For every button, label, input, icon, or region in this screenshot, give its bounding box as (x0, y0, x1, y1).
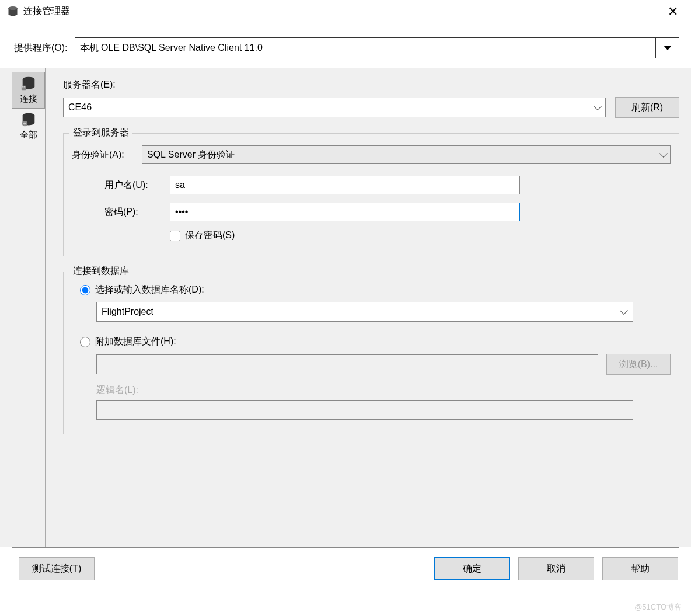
save-password-row: 保存密码(S) (72, 229, 671, 242)
tab-connection-label: 连接 (20, 93, 37, 105)
password-row: 密码(P): (72, 203, 671, 221)
browse-button: 浏览(B)... (606, 354, 671, 375)
logical-name-row: 逻辑名(L): (72, 384, 671, 420)
db-name-combo[interactable] (96, 302, 633, 322)
db-attach-radio-label: 附加数据库文件(H): (95, 336, 176, 348)
username-label: 用户名(U): (104, 179, 170, 192)
server-label: 服务器名(E): (63, 79, 116, 89)
auth-value: SQL Server 身份验证 (147, 149, 235, 161)
provider-label: 提供程序(O): (14, 42, 68, 54)
db-name-input[interactable] (96, 302, 633, 322)
chevron-down-icon (620, 307, 628, 315)
save-password-label: 保存密码(S) (185, 229, 235, 242)
side-tabs: 连接 全部 (12, 68, 46, 547)
window-title: 连接管理器 (23, 5, 70, 18)
logical-name-label: 逻辑名(L): (96, 385, 138, 395)
svg-rect-5 (23, 86, 25, 88)
auth-row: 身份验证(A): SQL Server 身份验证 (72, 145, 671, 164)
database-icon (7, 6, 19, 18)
db-attach-radio[interactable] (80, 337, 90, 347)
db-select-radio-row: 选择或输入数据库名称(D): (72, 284, 671, 296)
server-dropdown-button[interactable] (591, 98, 605, 117)
titlebar: 连接管理器 ✕ (0, 0, 691, 23)
help-button[interactable]: 帮助 (602, 557, 678, 580)
server-combo[interactable] (63, 98, 606, 117)
login-group-title: 登录到服务器 (69, 127, 132, 139)
db-attach-radio-row: 附加数据库文件(H): (72, 336, 671, 348)
refresh-button[interactable]: 刷新(R) (615, 97, 679, 118)
db-select-radio-label: 选择或输入数据库名称(D): (95, 284, 204, 296)
main-area: 连接 全部 服务器名(E): 刷新(R) 登录 (0, 68, 691, 547)
provider-dropdown-arrow[interactable] (655, 38, 679, 58)
content-panel: 服务器名(E): 刷新(R) 登录到服务器 身份验证(A): SQL Serve… (46, 68, 679, 547)
auth-dropdown-button[interactable] (661, 153, 666, 156)
save-password-checkbox[interactable] (170, 231, 180, 241)
ok-button[interactable]: 确定 (434, 557, 510, 580)
auth-label: 身份验证(A): (72, 149, 136, 161)
provider-row: 提供程序(O): 本机 OLE DB\SQL Server Native Cli… (0, 23, 691, 68)
watermark: @51CTO博客 (634, 602, 682, 612)
test-connection-button[interactable]: 测试连接(T) (19, 557, 95, 580)
db-group-title: 连接到数据库 (69, 265, 132, 277)
server-input[interactable] (63, 98, 606, 117)
auth-select[interactable]: SQL Server 身份验证 (142, 145, 671, 164)
database-groupbox: 连接到数据库 选择或输入数据库名称(D): 附加数据库文件(H): 浏览(B).… (63, 272, 679, 434)
chevron-down-icon (659, 149, 668, 158)
close-button[interactable]: ✕ (662, 2, 684, 22)
db-name-row (72, 302, 671, 322)
db-dropdown-button[interactable] (617, 302, 631, 321)
password-input[interactable] (170, 203, 520, 221)
connection-icon (19, 75, 38, 92)
logical-name-input (96, 400, 633, 420)
username-row: 用户名(U): (72, 176, 671, 194)
login-groupbox: 登录到服务器 身份验证(A): SQL Server 身份验证 用户名(U): … (63, 133, 679, 256)
tab-all-label: 全部 (20, 130, 37, 141)
svg-rect-4 (22, 86, 23, 88)
tab-all[interactable]: 全部 (12, 109, 45, 144)
username-input[interactable] (170, 176, 520, 194)
server-section: 服务器名(E): 刷新(R) (63, 79, 679, 118)
password-label: 密码(P): (104, 206, 170, 218)
attach-file-row: 浏览(B)... (72, 354, 671, 375)
attach-file-input (96, 354, 598, 374)
svg-point-1 (9, 6, 18, 10)
all-icon (19, 111, 38, 128)
cancel-button[interactable]: 取消 (518, 557, 594, 580)
provider-value: 本机 OLE DB\SQL Server Native Client 11.0 (80, 42, 263, 54)
bottom-button-bar: 测试连接(T) 确定 取消 帮助 (0, 548, 691, 580)
db-select-radio[interactable] (80, 285, 90, 295)
tab-connection[interactable]: 连接 (12, 72, 45, 109)
provider-select[interactable]: 本机 OLE DB\SQL Server Native Client 11.0 (75, 37, 679, 58)
chevron-down-icon (594, 102, 602, 110)
